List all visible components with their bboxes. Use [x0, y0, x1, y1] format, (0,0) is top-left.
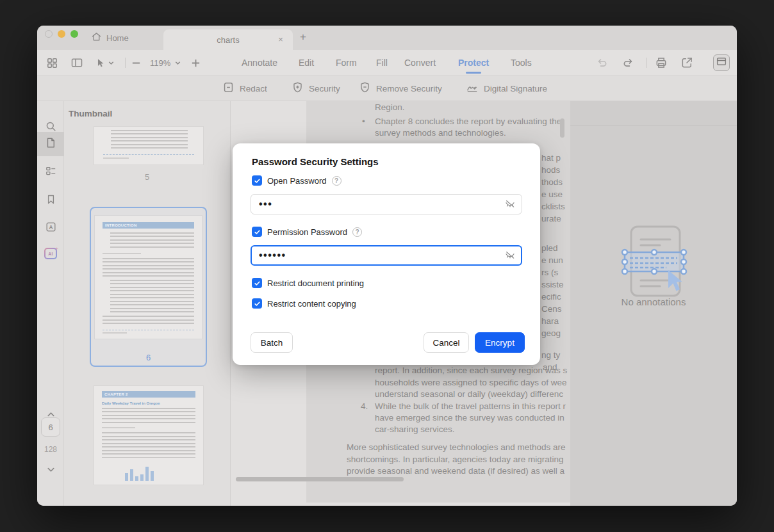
zoom-level-value: 119% [150, 58, 170, 68]
restrict-copying-checkbox[interactable] [252, 298, 262, 309]
vertical-scrollbar[interactable] [560, 118, 564, 138]
thumbnail-text-lines [110, 232, 194, 249]
redact-button[interactable]: Redact [222, 76, 267, 101]
document-text-line: car-sharing services. [375, 424, 455, 434]
home-icon [91, 31, 102, 44]
digital-signature-button[interactable]: Digital Signature [466, 76, 547, 101]
redo-button[interactable] [622, 50, 634, 76]
remove-security-button[interactable]: Remove Security [359, 76, 442, 101]
chevron-down-icon [108, 60, 115, 67]
permission-password-checkbox[interactable] [252, 227, 262, 237]
thumbnail-panel-button[interactable] [37, 132, 64, 156]
tab-charts[interactable]: charts × [163, 29, 293, 50]
thumbnail-text-lines [102, 432, 195, 458]
remove-security-label: Remove Security [376, 84, 442, 93]
print-button[interactable] [655, 50, 668, 76]
encrypt-button[interactable]: Encrypt [475, 332, 525, 353]
document-bullet: • [362, 117, 365, 126]
svg-text:A: A [49, 223, 53, 230]
page-icon [45, 137, 56, 151]
outline-panel-button[interactable] [37, 160, 64, 184]
thumbnail-page-6-selected[interactable]: INTRODUCTION 6 [90, 207, 207, 367]
minimize-window-button[interactable] [58, 30, 65, 38]
menu-edit[interactable]: Edit [299, 50, 314, 76]
grid-view-button[interactable] [46, 50, 58, 76]
document-text-fragment: cklists [541, 202, 565, 211]
next-page-button[interactable] [37, 458, 64, 483]
toolbar-separator [125, 58, 126, 68]
menu-form[interactable]: Form [336, 50, 357, 76]
open-password-row: Open Password ? [252, 175, 342, 186]
document-text-line: shortcomings. In particular, agencies to… [347, 455, 563, 464]
batch-button[interactable]: Batch [251, 332, 293, 353]
menu-fill[interactable]: Fill [376, 50, 388, 76]
restrict-copying-row: Restrict content copying [252, 298, 356, 309]
zoom-menu-button[interactable] [174, 50, 181, 76]
thumbnail-page-7[interactable]: CHAPTER 2 Daily Weekday Travel in Oregon [94, 386, 203, 485]
redact-label: Redact [240, 84, 267, 93]
menu-tools[interactable]: Tools [511, 50, 532, 76]
thumbnail-divider [103, 330, 194, 330]
ai-assistant-button[interactable]: AI+ [37, 241, 64, 266]
thumbnail-footer-line [103, 332, 127, 335]
thumbnail-heading-bar: INTRODUCTION [103, 222, 194, 229]
thumbnail-page-6-label: 6 [91, 353, 206, 362]
undo-button[interactable] [596, 50, 609, 76]
bookmark-panel-button[interactable] [37, 188, 64, 213]
document-list-number: 4. [361, 401, 368, 411]
new-tab-button[interactable]: + [297, 31, 309, 43]
document-text-fragment: Cens [541, 304, 562, 314]
zoom-out-button[interactable] [131, 50, 141, 76]
share-button[interactable] [680, 50, 693, 76]
sidebar-toggle-button[interactable] [70, 50, 83, 76]
document-text-line: report. In addition, since each survey r… [375, 366, 567, 375]
thumbnail-text-lines [103, 253, 141, 255]
sidebar-rail: A AI+ 6 128 [37, 101, 64, 506]
zoom-level[interactable]: 119% [150, 50, 170, 76]
open-password-input[interactable] [251, 194, 522, 214]
reading-mode-button[interactable] [713, 54, 730, 71]
document-text-fragment: hat p [541, 153, 561, 163]
tab-home[interactable]: Home [91, 26, 129, 50]
password-security-dialog: Password Security Settings Open Password… [233, 143, 540, 365]
reading-layout-icon [716, 56, 727, 70]
menu-convert[interactable]: Convert [404, 50, 436, 76]
close-window-button[interactable] [45, 30, 53, 38]
cursor-icon [95, 58, 106, 69]
help-icon[interactable]: ? [332, 176, 342, 186]
current-page-input[interactable]: 6 [41, 417, 60, 437]
eye-off-icon[interactable] [504, 198, 516, 213]
dialog-title: Password Security Settings [252, 156, 379, 167]
redact-icon [222, 81, 235, 95]
eye-off-icon[interactable] [504, 250, 516, 264]
cancel-button[interactable]: Cancel [424, 332, 469, 353]
document-text-line: understand seasonal or daily (weekday) d… [375, 389, 563, 399]
annotation-panel-button[interactable]: A [37, 216, 64, 240]
restrict-printing-checkbox[interactable] [252, 278, 262, 288]
thumbnail-text-lines [110, 280, 194, 313]
security-button[interactable]: Security [292, 76, 340, 101]
permission-password-label: Permission Password [267, 227, 347, 237]
security-label: Security [309, 84, 340, 93]
thumbnail-page-5[interactable] [94, 127, 203, 165]
permission-password-input[interactable] [251, 245, 522, 266]
chevron-down-icon [174, 60, 181, 67]
ai-icon: AI+ [44, 248, 57, 259]
tab-charts-label: charts [217, 35, 239, 45]
no-annotations-label: No annotations [570, 296, 737, 307]
sidebar-panel-icon [70, 56, 83, 69]
menu-annotate[interactable]: Annotate [242, 50, 277, 76]
zoom-window-button[interactable] [70, 30, 78, 38]
horizontal-scrollbar[interactable] [236, 477, 404, 481]
menu-protect[interactable]: Protect [458, 50, 489, 76]
x: CHAPTER 2 [102, 391, 195, 398]
zoom-in-button[interactable] [191, 50, 201, 76]
tab-close-icon[interactable]: × [276, 35, 285, 44]
open-password-checkbox[interactable] [252, 175, 262, 186]
select-tool-button[interactable] [95, 50, 115, 76]
help-icon[interactable]: ? [352, 227, 362, 237]
restrict-printing-row: Restrict document printing [252, 278, 364, 288]
document-text-fragment: pled [541, 243, 558, 253]
document-text-line: households were assigned to specific day… [375, 378, 566, 387]
thumbnail-page-5-label: 5 [64, 172, 230, 182]
